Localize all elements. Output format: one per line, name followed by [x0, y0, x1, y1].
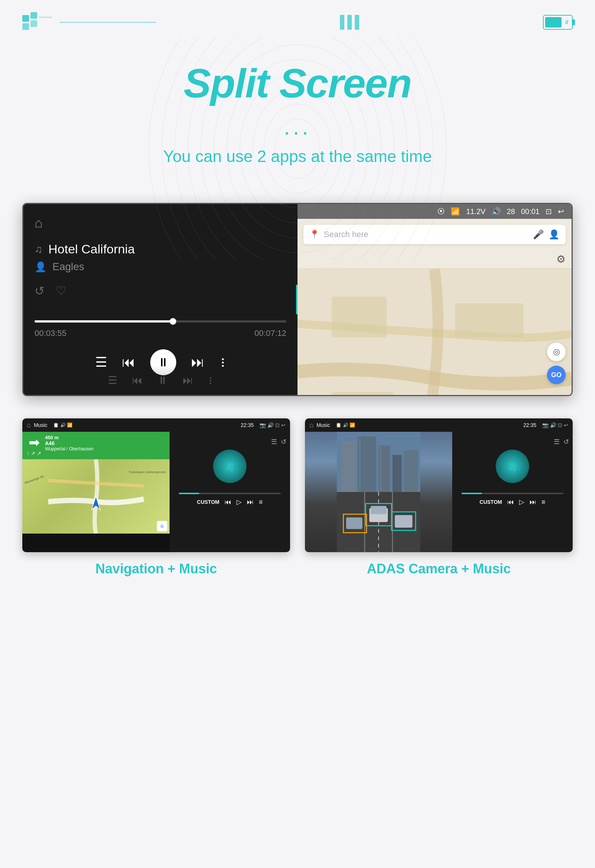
- small-statusbar-left: ⌂ Music 📋 🔊 📶 22:35 📷 🔊 ⊡ ↩: [22, 418, 290, 432]
- mini-progress-left[interactable]: [179, 493, 281, 494]
- mini-next-right[interactable]: ⏭: [530, 498, 536, 506]
- nav-road-label: A46: [45, 440, 94, 446]
- mini-top-controls-right: ☰ ↺: [456, 438, 569, 446]
- maps-settings-row: ⚙: [298, 250, 571, 268]
- small-music-label-right: Music: [317, 422, 330, 428]
- repeat-btn-right[interactable]: ↺: [563, 438, 569, 446]
- small-statusbar-right: ⌂ Music 📋 🔊 📶 22:35 📷 🔊 ⊡ ↩: [305, 418, 573, 432]
- playlist-btn-left[interactable]: ☰: [271, 438, 277, 446]
- maps-panel: ⦿ 📶 11.2V 🔊 28 00:01 ⊡ ↩ 📍 Search here 🎤…: [298, 204, 571, 395]
- music-action-icons: ↺ ♡: [35, 284, 286, 298]
- status-icons2-right: 📷 🔊 ⊡ ↩: [542, 422, 568, 428]
- small-time-left: 22:35: [241, 422, 254, 428]
- mini-prev-left[interactable]: ⏮: [225, 498, 231, 506]
- mini-list-right[interactable]: ≡: [542, 498, 546, 506]
- music-person-icon: 👤: [35, 261, 46, 273]
- go-fab[interactable]: GO: [547, 366, 565, 384]
- refl-eq: ⫶: [208, 374, 213, 387]
- mini-prev-right[interactable]: ⏮: [507, 498, 514, 506]
- nav-music-screen: ⌂ Music 📋 🔊 📶 22:35 📷 🔊 ⊡ ↩ ➡ ↑: [22, 418, 290, 552]
- music-panel: ⌂ ♫ Hotel California 👤 Eagles ↺ ♡ 00:03:…: [24, 204, 298, 395]
- volume-icon: 🔊: [491, 207, 501, 216]
- music-note-icon: ♫: [35, 244, 42, 255]
- lane-1: ↑: [27, 450, 30, 456]
- maps-statusbar: ⦿ 📶 11.2V 🔊 28 00:01 ⊡ ↩: [298, 204, 571, 219]
- adas-music-label: ADAS Camera + Music: [367, 561, 511, 577]
- svg-rect-1: [31, 12, 37, 19]
- header-dots-group: [340, 15, 359, 30]
- settings-icon[interactable]: ⚙: [557, 253, 565, 265]
- location-fab[interactable]: ◎: [547, 342, 565, 361]
- bt-icon: ⦿: [437, 207, 445, 216]
- voltage-label: 11.2V: [466, 207, 485, 216]
- nav-direction-label: Wuppertal / Oberhausen: [45, 446, 94, 452]
- refl-play: ⏸: [157, 374, 168, 387]
- mini-play-left[interactable]: ▷: [237, 498, 242, 506]
- music-reflection: ☰ ⏮ ⏸ ⏭ ⫶: [24, 365, 298, 395]
- battery-fill: [545, 17, 561, 28]
- user-icon[interactable]: 👤: [549, 229, 559, 240]
- small-home-right: ⌂: [309, 421, 314, 429]
- music-title: Hotel California: [48, 242, 135, 256]
- small-home-left: ⌂: [27, 421, 31, 429]
- svg-rect-18: [455, 303, 524, 337]
- repeat-icon[interactable]: ↺: [35, 284, 44, 298]
- mini-play-right[interactable]: ▷: [519, 498, 524, 506]
- header-dot-1: [340, 15, 344, 30]
- status-icons-left: 📋 🔊 📶: [53, 422, 73, 428]
- lane-2: ↗: [31, 450, 36, 456]
- google-maps-logo: 📍: [309, 230, 320, 239]
- search-placeholder: Search here: [324, 230, 528, 239]
- adas-camera-panel: [305, 432, 452, 552]
- heart-icon[interactable]: ♡: [56, 284, 67, 298]
- mini-next-left[interactable]: ⏭: [247, 498, 254, 506]
- repeat-btn-left[interactable]: ↺: [281, 438, 286, 446]
- header-dot-2: [347, 15, 352, 30]
- music-mini-panel-left: ☰ ↺ ♫ CUSTOM: [170, 432, 290, 552]
- nav-music-content: ➡ ↑ ↗ ↗ 450 m A46 Wuppertal / Oberhausen: [22, 432, 290, 552]
- svg-rect-35: [371, 506, 386, 514]
- music-progress[interactable]: [35, 320, 286, 323]
- svg-rect-17: [332, 297, 386, 338]
- maps-searchbar[interactable]: 📍 Search here 🎤 👤: [303, 225, 565, 244]
- header: //: [0, 0, 595, 37]
- mini-list-left[interactable]: ≡: [259, 498, 263, 506]
- progress-bar[interactable]: [35, 320, 286, 323]
- mini-controls-left: CUSTOM ⏮ ▷ ⏭ ≡: [197, 498, 263, 506]
- svg-rect-29: [380, 447, 382, 491]
- playlist-btn-right[interactable]: ☰: [554, 438, 559, 446]
- svg-rect-24: [358, 436, 376, 492]
- back-icon[interactable]: ↩: [558, 207, 564, 216]
- hero-section: Split Screen ... You can use 2 apps at t…: [0, 37, 595, 203]
- music-artist: Eagles: [52, 261, 84, 273]
- adas-music-item: ⌂ Music 📋 🔊 📶 22:35 📷 🔊 ⊡ ↩: [305, 418, 573, 577]
- time-total: 00:07:12: [255, 328, 286, 338]
- custom-label-left: CUSTOM: [197, 499, 219, 505]
- music-title-row: ♫ Hotel California: [35, 242, 286, 256]
- nav-distance-label: 450 m: [45, 435, 94, 440]
- svg-rect-19: [332, 393, 394, 396]
- svg-rect-26: [392, 455, 402, 492]
- svg-rect-27: [404, 450, 418, 492]
- brand-logo-icon: [22, 11, 52, 34]
- mini-progress-fill-right: [462, 493, 482, 494]
- mini-controls-right: CUSTOM ⏮ ▷ ⏭ ≡: [480, 498, 546, 506]
- mini-progress-right[interactable]: [462, 493, 563, 494]
- progress-thumb: [170, 318, 176, 325]
- svg-rect-2: [22, 24, 29, 30]
- mini-progress-fill-left: [179, 493, 199, 494]
- window-icon: ⊡: [546, 207, 552, 216]
- map-svg: [298, 268, 571, 396]
- mini-progress-bar-left: [179, 493, 281, 494]
- hero-dots: ...: [0, 114, 595, 140]
- svg-rect-39: [395, 515, 412, 528]
- status-icons2-left: 📷 🔊 ⊡ ↩: [260, 422, 286, 428]
- mic-icon[interactable]: 🎤: [533, 229, 544, 240]
- lane-indicators: ↑ ↗ ↗: [27, 450, 41, 456]
- svg-rect-28: [359, 437, 361, 491]
- nav-music-item: ⌂ Music 📋 🔊 📶 22:35 📷 🔊 ⊡ ↩ ➡ ↑: [22, 418, 290, 577]
- small-time-right: 22:35: [523, 422, 536, 428]
- music-mini-panel-right: ☰ ↺ ♫ CUSTOM: [452, 432, 573, 552]
- time-current: 00:03:55: [35, 328, 67, 338]
- clock-label: 00:01: [521, 207, 540, 216]
